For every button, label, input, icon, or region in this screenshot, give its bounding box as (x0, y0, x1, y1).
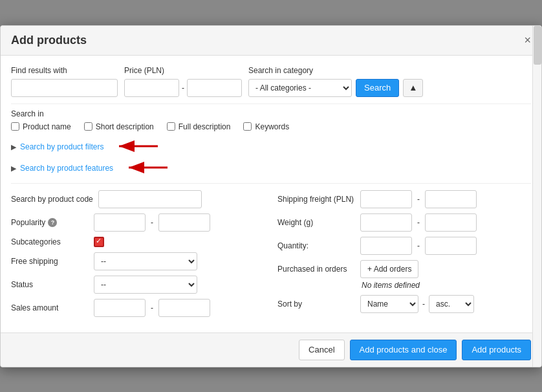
checkbox-short-desc[interactable]: Short description (84, 122, 154, 131)
search-by-filters-link[interactable]: Search by product filters (20, 142, 103, 151)
find-results-group: Find results with (11, 66, 118, 97)
sort-dash: - (422, 299, 425, 309)
close-button[interactable]: × (524, 34, 531, 46)
sales-min-input[interactable] (94, 299, 146, 317)
right-col: Shipping freight (PLN) - Weight (g) - Qu… (277, 190, 531, 322)
weight-separator: - (417, 218, 420, 227)
checkbox-product-name-label: Product name (23, 122, 71, 131)
weight-row: Weight (g) - (277, 213, 531, 232)
product-code-label: Search by product code (11, 195, 93, 204)
add-products-close-button[interactable]: Add products and close (350, 340, 457, 360)
add-products-button[interactable]: Add products (462, 340, 531, 360)
price-label: Price (PLN) (124, 66, 242, 75)
product-code-input[interactable] (98, 190, 202, 208)
search-button[interactable]: Search (356, 79, 399, 97)
price-max-input[interactable] (187, 79, 242, 97)
status-label: Status (11, 280, 89, 289)
modal-footer: Cancel Add products and close Add produc… (1, 332, 541, 367)
top-row: Find results with Price (PLN) - Search i… (11, 66, 531, 97)
sales-amount-row: Sales amount - (11, 299, 265, 317)
collapse-button[interactable]: ▲ (403, 79, 423, 97)
shipping-min-input[interactable] (360, 190, 412, 208)
checkbox-full-desc-label: Full description (179, 122, 231, 131)
sales-amount-label: Sales amount (11, 303, 89, 312)
checkbox-short-desc-input[interactable] (84, 122, 92, 131)
category-select[interactable]: - All categories - (248, 79, 352, 97)
scrollbar-track[interactable] (532, 26, 541, 367)
red-arrow-filters (113, 140, 164, 154)
free-shipping-select[interactable]: -- Yes No (94, 252, 197, 270)
popularity-label: Popularity ? (11, 218, 89, 227)
category-row: - All categories - Search ▲ (248, 79, 423, 97)
checkbox-full-desc[interactable]: Full description (167, 122, 231, 131)
sales-max-input[interactable] (158, 299, 210, 317)
shipping-freight-row: Shipping freight (PLN) - (277, 190, 531, 208)
weight-max-input[interactable] (425, 213, 477, 232)
purchased-label: Purchased in orders (277, 265, 355, 274)
price-group: Price (PLN) - (124, 66, 242, 97)
checkbox-short-desc-label: Short description (96, 122, 154, 131)
price-range: - (124, 79, 242, 97)
find-results-input[interactable] (11, 79, 118, 97)
search-by-filters-row[interactable]: ▶ Search by product filters (11, 138, 531, 157)
search-in-label: Search in (11, 109, 531, 118)
quantity-row: Quantity: - (277, 237, 531, 255)
free-shipping-row: Free shipping -- Yes No (11, 252, 265, 270)
add-orders-button[interactable]: + Add orders (360, 260, 418, 278)
checkbox-keywords[interactable]: Keywords (243, 122, 289, 131)
popularity-min-input[interactable] (94, 213, 146, 232)
quantity-max-input[interactable] (425, 237, 477, 255)
add-products-modal: Add products × Find results with Price (… (0, 25, 542, 367)
status-select[interactable]: -- Active Inactive (94, 276, 197, 294)
subcategories-label: Subcategories (11, 237, 89, 246)
sort-order-select[interactable]: asc. desc. (429, 295, 474, 313)
modal-header: Add products × (1, 26, 541, 56)
quantity-separator: - (417, 241, 420, 250)
search-in-section: Search in Product name Short description… (11, 109, 531, 131)
modal-title: Add products (11, 34, 87, 47)
sort-by-label: Sort by (277, 299, 355, 309)
price-min-input[interactable] (124, 79, 179, 97)
search-by-features-row[interactable]: ▶ Search by product features (11, 159, 531, 178)
popularity-row: Popularity ? - (11, 213, 265, 232)
no-items-text: No items defined (362, 281, 420, 290)
search-category-group: Search in category - All categories - Se… (248, 66, 423, 97)
weight-min-input[interactable] (360, 213, 412, 232)
shipping-max-input[interactable] (425, 190, 477, 208)
checkbox-full-desc-input[interactable] (167, 122, 175, 131)
cancel-button[interactable]: Cancel (299, 340, 344, 360)
divider-2 (11, 183, 531, 184)
popularity-info-icon[interactable]: ? (48, 218, 57, 227)
modal-body: Find results with Price (PLN) - Search i… (1, 56, 541, 332)
filters-arrow-icon: ▶ (11, 143, 16, 151)
left-col: Search by product code Popularity ? - Su… (11, 190, 265, 322)
sort-name-select[interactable]: Name Price Code (360, 295, 418, 313)
price-separator: - (182, 83, 184, 93)
quantity-min-input[interactable] (360, 237, 412, 255)
free-shipping-label: Free shipping (11, 257, 89, 266)
sales-separator: - (151, 303, 153, 312)
features-arrow-icon: ▶ (11, 164, 16, 173)
search-by-features-link[interactable]: Search by product features (20, 164, 113, 173)
shipping-separator: - (417, 195, 420, 204)
shipping-freight-label: Shipping freight (PLN) (277, 195, 355, 204)
red-arrow-features (122, 162, 174, 175)
checkbox-keywords-label: Keywords (255, 122, 289, 131)
popularity-max-input[interactable] (158, 213, 210, 232)
purchased-orders-row: Purchased in orders + Add orders (277, 260, 531, 278)
status-row: Status -- Active Inactive (11, 276, 265, 294)
quantity-label: Quantity: (277, 241, 355, 250)
sort-row: Name Price Code - asc. desc. (360, 295, 474, 313)
checkbox-keywords-input[interactable] (243, 122, 252, 131)
subcategories-checkbox[interactable] (94, 237, 104, 247)
divider-1 (11, 103, 531, 104)
checkbox-product-name[interactable]: Product name (11, 122, 71, 131)
subcategories-row: Subcategories (11, 237, 265, 247)
sort-by-row: Sort by Name Price Code - asc. desc. (277, 295, 531, 313)
checkbox-row: Product name Short description Full desc… (11, 122, 531, 131)
scrollbar-thumb[interactable] (534, 26, 541, 65)
no-items-row: No items defined (277, 281, 531, 290)
popularity-separator: - (151, 218, 153, 227)
checkbox-product-name-input[interactable] (11, 122, 19, 131)
product-code-row: Search by product code (11, 190, 265, 208)
